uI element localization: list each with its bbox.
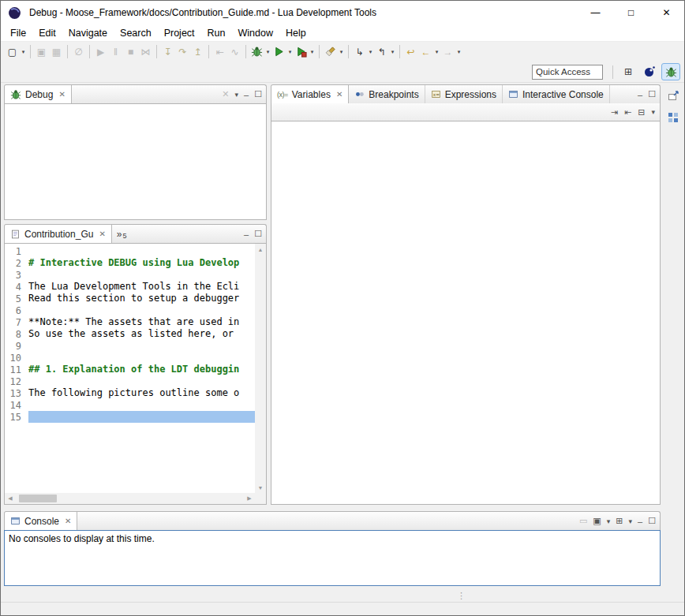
- forward-dropdown-icon[interactable]: ▾: [455, 43, 462, 60]
- scroll-up-icon[interactable]: ▲: [255, 244, 266, 255]
- new-dropdown-icon[interactable]: ▾: [20, 43, 27, 60]
- previous-annotation-dropdown-icon[interactable]: ▾: [389, 43, 396, 60]
- close-tab-icon[interactable]: ✕: [99, 230, 105, 238]
- search-dropdown-icon[interactable]: ▾: [338, 43, 345, 60]
- debug-view-content[interactable]: [4, 103, 267, 220]
- minimize-view-button[interactable]: –: [638, 90, 642, 99]
- sash-handle[interactable]: ⋮: [457, 591, 466, 601]
- editor-line[interactable]: 2# Interactive DEBUG using Lua Develop: [5, 257, 255, 269]
- skip-all-breakpoints-button[interactable]: ∅: [71, 43, 86, 60]
- close-tab-icon[interactable]: ✕: [65, 517, 71, 525]
- external-tools-button[interactable]: [294, 43, 309, 60]
- tab-interactive-console[interactable]: Interactive Console: [503, 85, 610, 103]
- save-button[interactable]: ▣: [34, 43, 49, 60]
- new-button[interactable]: ▢: [5, 43, 20, 60]
- console-content[interactable]: No consoles to display at this time.: [4, 530, 661, 586]
- editor-line[interactable]: 5Read this section to setup a debugger: [5, 293, 255, 304]
- display-console-dropdown-icon[interactable]: ▾: [607, 517, 611, 525]
- open-console-dropdown-icon[interactable]: ▾: [628, 517, 632, 525]
- use-step-filters-button[interactable]: ∿: [227, 43, 242, 60]
- maximize-view-button[interactable]: ☐: [254, 89, 262, 99]
- debug-button[interactable]: [249, 43, 264, 60]
- scrollbar-thumb[interactable]: [19, 495, 57, 502]
- scroll-left-icon[interactable]: ◀: [5, 493, 16, 504]
- debug-view-tab[interactable]: Debug ✕: [5, 85, 72, 103]
- menu-help[interactable]: Help: [279, 26, 313, 40]
- back-dropdown-icon[interactable]: ▾: [433, 43, 440, 60]
- tab-variables[interactable]: (x)= Variables ✕: [271, 85, 349, 103]
- open-console-button[interactable]: ⊞: [616, 516, 623, 526]
- run-dropdown-icon[interactable]: ▾: [286, 43, 294, 60]
- editor-line[interactable]: 8So use the assets as listed here, or: [5, 328, 255, 340]
- remove-all-terminated-button[interactable]: ✕: [222, 89, 229, 99]
- menu-project[interactable]: Project: [158, 26, 201, 40]
- variables-content[interactable]: [271, 121, 661, 505]
- back-button[interactable]: ←: [418, 43, 433, 60]
- editor-body[interactable]: 1 2# Interactive DEBUG using Lua Develop…: [4, 243, 267, 505]
- editor-overflow-tab[interactable]: » 5: [112, 225, 132, 243]
- editor-line[interactable]: 14: [5, 399, 255, 411]
- search-button[interactable]: [323, 43, 338, 60]
- external-tools-dropdown-icon[interactable]: ▾: [309, 43, 316, 60]
- window-close-button[interactable]: ✕: [649, 1, 684, 24]
- scroll-right-icon[interactable]: ▶: [244, 493, 255, 504]
- menu-window[interactable]: Window: [232, 26, 279, 40]
- save-all-button[interactable]: ▦: [49, 43, 64, 60]
- minimize-view-button[interactable]: –: [244, 90, 249, 99]
- quick-access-box[interactable]: Quick Access: [532, 65, 603, 80]
- window-minimize-button[interactable]: —: [578, 1, 613, 24]
- menu-edit[interactable]: Edit: [32, 26, 62, 40]
- console-tab[interactable]: Console ✕: [5, 512, 77, 530]
- editor-line[interactable]: 9: [5, 340, 255, 352]
- debug-perspective-button[interactable]: [661, 63, 680, 80]
- show-columns-icon[interactable]: ⇤: [624, 107, 631, 118]
- view-menu-icon[interactable]: ▾: [651, 108, 655, 116]
- editor-line[interactable]: 12: [5, 375, 255, 387]
- next-annotation-dropdown-icon[interactable]: ▾: [367, 43, 374, 60]
- minimized-view-grid-button[interactable]: [665, 110, 681, 125]
- next-annotation-button[interactable]: ↳: [352, 43, 367, 60]
- tab-breakpoints[interactable]: Breakpoints: [349, 85, 425, 103]
- vertical-scrollbar[interactable]: ▲ ▼: [255, 244, 266, 493]
- tab-expressions[interactable]: x= Expressions: [425, 85, 503, 103]
- window-maximize-button[interactable]: □: [613, 1, 649, 24]
- debug-dropdown-icon[interactable]: ▾: [264, 43, 271, 60]
- collapse-all-icon[interactable]: ⊟: [638, 107, 645, 118]
- close-tab-icon[interactable]: ✕: [336, 90, 342, 99]
- step-into-button[interactable]: ↧: [160, 43, 175, 60]
- minimize-view-button[interactable]: –: [638, 517, 642, 526]
- editor-line[interactable]: 10: [5, 352, 255, 364]
- editor-text-area[interactable]: 1 2# Interactive DEBUG using Lua Develop…: [5, 245, 255, 493]
- forward-button[interactable]: →: [440, 43, 455, 60]
- suspend-button[interactable]: ‖: [108, 43, 123, 60]
- menu-run[interactable]: Run: [201, 26, 232, 40]
- editor-tab[interactable]: Contribution_Gu ✕: [5, 225, 112, 243]
- restore-minimized-view-button[interactable]: [665, 89, 681, 103]
- show-logical-structure-icon[interactable]: ⇥: [611, 107, 618, 118]
- horizontal-scrollbar[interactable]: ◀ ▶: [5, 493, 255, 504]
- lua-perspective-button[interactable]: [640, 63, 659, 80]
- editor-line[interactable]: 7**Note:** The assets that are used in: [5, 316, 255, 328]
- editor-line[interactable]: 3: [5, 269, 255, 281]
- pin-console-button[interactable]: ▭: [579, 516, 587, 526]
- scroll-down-icon[interactable]: ▼: [255, 482, 266, 493]
- menu-file[interactable]: File: [4, 26, 32, 40]
- editor-line-selected[interactable]: 15: [5, 411, 255, 423]
- previous-annotation-button[interactable]: ↰: [374, 43, 389, 60]
- view-menu-icon[interactable]: ▾: [234, 91, 238, 99]
- step-over-button[interactable]: ↷: [175, 43, 190, 60]
- editor-line[interactable]: 4The Lua Development Tools in the Ecli: [5, 281, 255, 293]
- editor-line[interactable]: 11## 1. Explanation of the LDT debuggin: [5, 364, 255, 375]
- maximize-view-button[interactable]: ☐: [648, 89, 656, 99]
- editor-line[interactable]: 6: [5, 304, 255, 316]
- menu-navigate[interactable]: Navigate: [62, 26, 114, 40]
- terminate-button[interactable]: ■: [123, 43, 138, 60]
- menu-search[interactable]: Search: [114, 26, 158, 40]
- last-edit-location-button[interactable]: ↩: [403, 43, 418, 60]
- minimize-view-button[interactable]: –: [244, 230, 249, 239]
- display-selected-console-button[interactable]: ▣: [593, 516, 601, 526]
- maximize-view-button[interactable]: ☐: [254, 229, 262, 239]
- editor-line[interactable]: 1: [5, 245, 255, 257]
- step-return-button[interactable]: ↥: [190, 43, 205, 60]
- disconnect-button[interactable]: ⋈: [138, 43, 153, 60]
